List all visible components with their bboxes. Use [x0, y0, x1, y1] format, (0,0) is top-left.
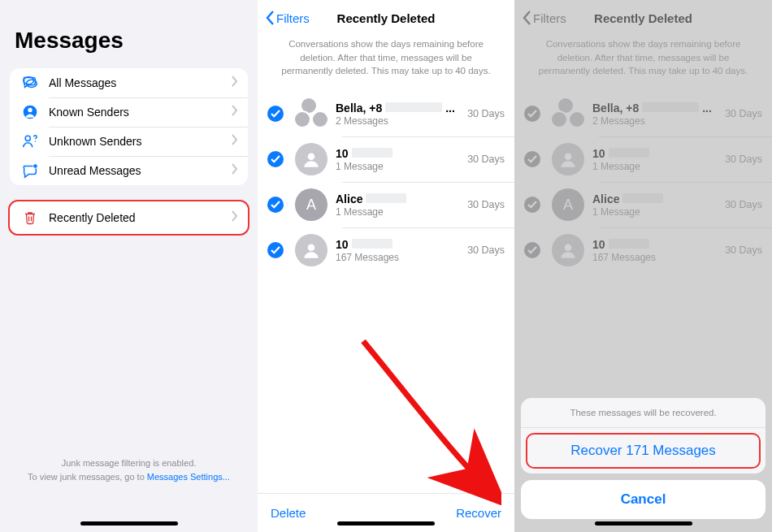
- person-avatar-icon: [295, 234, 327, 266]
- filter-list: All Messages Known Senders Unknown Sende…: [10, 68, 248, 185]
- home-indicator: [337, 521, 435, 526]
- days-remaining: 30 Days: [467, 199, 505, 210]
- annotation-highlight: Recover 171 Messages: [526, 433, 761, 469]
- annotation-arrow: [355, 333, 501, 505]
- info-text: Conversations show the days remaining be…: [258, 36, 514, 91]
- filter-recently-deleted[interactable]: Recently Deleted: [10, 201, 248, 234]
- person-avatar-icon: [295, 143, 327, 175]
- svg-point-4: [25, 136, 30, 141]
- chevron-left-icon: [266, 11, 275, 25]
- message-count: 1 Message: [336, 161, 461, 172]
- conversation-name: 10: [336, 147, 349, 160]
- recently-deleted-screen: Filters Recently Deleted Conversations s…: [258, 0, 514, 532]
- messages-settings-link[interactable]: Messages Settings...: [147, 472, 230, 482]
- message-count: 1 Message: [336, 206, 461, 218]
- filter-unknown-senders[interactable]: Unknown Senders: [10, 127, 248, 156]
- redacted-text: [385, 102, 442, 112]
- bottom-toolbar: Delete Recover: [258, 493, 514, 532]
- action-sheet: These messages will be recovered. Recove…: [521, 398, 765, 526]
- ellipsis-icon: ...: [445, 102, 455, 115]
- chat-dot-icon: [21, 162, 39, 179]
- selection-check-icon[interactable]: [267, 151, 284, 167]
- back-label: Filters: [276, 11, 310, 25]
- filter-label: Unread Messages: [49, 164, 232, 177]
- sheet-title: These messages will be recovered.: [521, 398, 765, 428]
- conversation-name: Alice: [336, 192, 362, 205]
- person-question-icon: [21, 132, 39, 150]
- svg-point-5: [35, 141, 36, 141]
- conversation-name: Bella, +8: [336, 102, 382, 115]
- svg-point-7: [308, 153, 315, 160]
- conversation-name: 10: [336, 238, 349, 251]
- conversation-row[interactable]: Bella, +8...2 Messages30 Days: [258, 91, 514, 136]
- filter-all-messages[interactable]: All Messages: [10, 68, 248, 97]
- conversation-list: Bella, +8...2 Messages30 Days101 Message…: [258, 91, 514, 273]
- navbar: Filters Recently Deleted: [258, 0, 514, 36]
- message-count: 2 Messages: [336, 115, 461, 127]
- redacted-text: [366, 193, 406, 203]
- recover-button[interactable]: Recover: [456, 506, 501, 520]
- selection-check-icon[interactable]: [267, 197, 284, 213]
- letter-avatar-icon: A: [295, 188, 327, 221]
- selection-check-icon[interactable]: [267, 242, 284, 258]
- chevron-right-icon: [232, 105, 238, 119]
- recover-confirm-button[interactable]: Recover 171 Messages: [527, 435, 759, 467]
- group-avatar-icon: [295, 97, 327, 130]
- person-circle-icon: [21, 103, 39, 121]
- home-indicator: [595, 521, 692, 526]
- cancel-button[interactable]: Cancel: [521, 480, 765, 519]
- svg-point-8: [308, 244, 315, 251]
- days-remaining: 30 Days: [467, 108, 505, 119]
- redacted-text: [352, 239, 393, 249]
- filter-label: All Messages: [49, 76, 232, 89]
- delete-button[interactable]: Delete: [271, 506, 306, 520]
- conversation-row[interactable]: 10167 Messages30 Days: [258, 227, 514, 273]
- home-indicator: [80, 521, 178, 526]
- filter-label: Recently Deleted: [49, 211, 232, 224]
- chevron-right-icon: [232, 163, 238, 178]
- filter-unread-messages[interactable]: Unread Messages: [10, 156, 248, 185]
- junk-footnote: Junk message filtering is enabled. To vi…: [0, 456, 258, 483]
- chat-bubbles-icon: [21, 74, 39, 92]
- conversation-row[interactable]: AAlice1 Message30 Days: [258, 182, 514, 227]
- chevron-right-icon: [232, 210, 238, 225]
- days-remaining: 30 Days: [467, 244, 505, 256]
- back-button[interactable]: Filters: [266, 11, 310, 25]
- svg-point-3: [28, 108, 32, 112]
- filter-label: Known Senders: [49, 106, 232, 119]
- trash-icon: [21, 209, 39, 227]
- filter-known-senders[interactable]: Known Senders: [10, 97, 248, 127]
- message-count: 167 Messages: [336, 252, 461, 263]
- days-remaining: 30 Days: [467, 154, 505, 165]
- chevron-right-icon: [232, 76, 238, 90]
- filters-screen: Messages All Messages Known Senders: [0, 0, 258, 532]
- recover-confirm-screen: Filters Recently Deleted Conversations s…: [514, 0, 772, 532]
- svg-point-6: [33, 164, 37, 169]
- filter-label: Unknown Senders: [49, 135, 232, 148]
- conversation-row[interactable]: 101 Message30 Days: [258, 136, 514, 182]
- chevron-right-icon: [232, 134, 238, 149]
- redacted-text: [352, 148, 393, 158]
- selection-check-icon[interactable]: [267, 106, 284, 122]
- page-title: Messages: [0, 0, 258, 68]
- annotation-highlight: Recently Deleted: [8, 200, 249, 236]
